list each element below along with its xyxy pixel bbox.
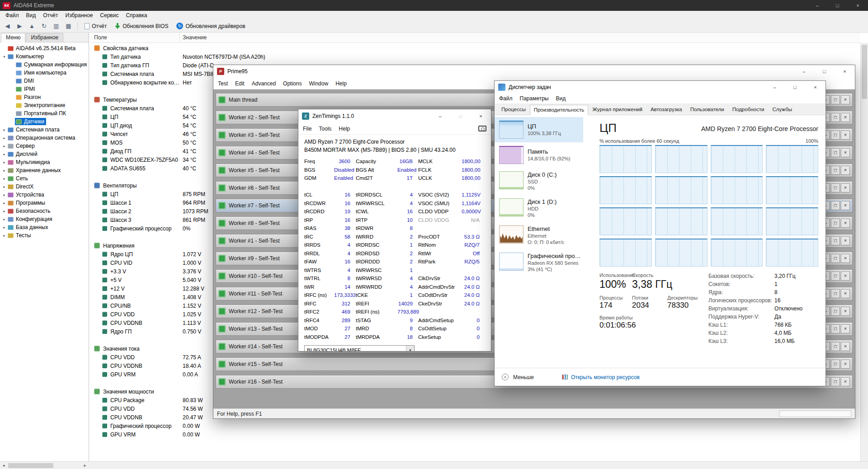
menu-item[interactable]: Tools [315,124,335,133]
fewer-details-button[interactable]: Меньше [513,374,534,380]
tree-item[interactable]: ▸База данных [0,223,89,231]
worker-close-button[interactable]: × [841,166,850,175]
scroll-left-icon[interactable]: ◄ [0,462,7,469]
tree-item[interactable]: ▾Компьютер [0,52,89,61]
worker-restore-button[interactable]: □ [831,289,840,298]
menu-item[interactable]: Options [279,79,305,88]
perf-sidebar-item-ethernet[interactable]: EthernetEthernetО: 0; П: 0 кбит/с [495,222,583,249]
menu-item[interactable]: Help [332,79,350,88]
tree-expander-icon[interactable]: ▸ [2,177,7,181]
tree-item[interactable]: ▸Сеть [0,174,89,183]
menu-item[interactable]: Edit [231,79,248,88]
tree-item[interactable]: Суммарная информация [0,61,89,69]
worker-close-button[interactable]: × [841,201,850,210]
worker-restore-button[interactable]: □ [831,183,840,192]
memory-module-dropdown[interactable]: BL8G30C15U4B.M8FE ▾ [304,345,415,351]
tree-expander-icon[interactable]: ▸ [2,144,7,148]
worker-restore-button[interactable]: □ [831,324,840,333]
tree-expander-icon[interactable]: ▸ [2,160,7,164]
driver-update-button[interactable]: ↻ Обновления драйверов [173,21,249,32]
menu-item[interactable]: Вид [552,94,569,103]
worker-close-button[interactable]: × [841,377,850,386]
menu-item[interactable]: Сервис [96,11,122,20]
worker-restore-button[interactable]: □ [831,307,840,316]
sensor-row[interactable]: Графический процессор0.00 W [90,422,860,430]
scroll-right-icon[interactable]: ► [81,462,89,469]
menu-item[interactable]: Advanced [248,79,279,88]
sensor-row[interactable]: Тип датчикаNuvoton NCT6797D-M (ISA A20h) [90,52,860,61]
minimize-button[interactable]: – [764,81,785,94]
menu-item[interactable]: File [299,124,315,133]
close-button[interactable]: × [471,109,491,123]
tree-item[interactable]: ▸Операционная система [0,134,89,142]
group-row[interactable]: Свойства датчика [90,44,860,52]
maximize-button[interactable]: □ [450,109,471,123]
menu-item[interactable]: Параметры [516,94,552,103]
tree-item[interactable]: Разгон [0,93,89,101]
menu-item[interactable]: Отчёт [39,11,61,20]
vertical-scrollbar[interactable] [860,43,868,461]
worker-restore-button[interactable]: □ [831,272,840,281]
tree-item[interactable]: ▸Тесты [0,231,89,239]
perf-sidebar-item-memory[interactable]: Память14,8/16,0 ГБ (92%) [495,142,583,168]
scrollbar-thumb[interactable] [862,45,867,99]
worker-restore-button[interactable]: □ [831,342,840,351]
tree-item[interactable]: ▸Мультимедиа [0,158,89,166]
up-icon[interactable]: ▲ [26,21,38,31]
worker-close-button[interactable]: × [841,236,850,245]
menu-item[interactable]: Файл [495,94,516,103]
worker-close-button[interactable]: × [841,95,850,104]
open-resource-monitor-link[interactable]: Открыть монитор ресурсов [562,374,640,380]
maximize-button[interactable]: □ [814,65,835,78]
close-button[interactable]: × [848,0,868,11]
scrollbar-thumb[interactable] [8,463,53,468]
worker-restore-button[interactable]: □ [831,95,840,104]
maximize-button[interactable]: □ [827,0,848,11]
tree-item[interactable]: ▸Системная плата [0,126,89,134]
tree-expander-icon[interactable]: ▸ [2,152,7,156]
menu-item[interactable]: Вид [23,11,40,20]
tree-item[interactable]: Датчики [0,117,89,126]
tree-expander-icon[interactable]: ▸ [2,201,7,205]
menu-item[interactable]: Справка [122,11,151,20]
close-button[interactable]: × [835,65,855,78]
taskman-tab[interactable]: Службы [768,104,796,115]
taskman-tab[interactable]: Журнал приложений [588,104,646,115]
worker-restore-button[interactable]: □ [831,131,840,140]
tree-item[interactable]: AIDA64 v6.25.5414 Beta [0,44,89,52]
forward-icon[interactable]: ▶ [14,21,25,31]
tree-item[interactable]: Портативный ПК [0,109,89,117]
worker-restore-button[interactable]: □ [831,254,840,263]
worker-restore-button[interactable]: □ [831,148,840,157]
worker-restore-button[interactable]: □ [831,377,840,386]
tree-expander-icon[interactable]: ▾ [2,55,7,59]
tree-item[interactable]: IPMI [0,85,89,93]
perf-sidebar-item-gpu[interactable]: Графический процессор 0Radeon RX 580 Ser… [495,249,583,276]
perf-sidebar-item-cpu[interactable]: ЦП100% 3,38 ГГц [495,117,583,142]
worker-restore-button[interactable]: □ [831,166,840,175]
tree-item[interactable]: ▸Устройства [0,191,89,199]
screenshot-camera-icon[interactable] [478,126,486,131]
tree-expander-icon[interactable]: ▸ [2,128,7,132]
worker-restore-button[interactable]: □ [831,113,840,122]
worker-close-button[interactable]: × [841,219,850,228]
sensor-row[interactable]: GPU VRM0.00 W [90,430,860,439]
tree-expander-icon[interactable]: ▸ [2,217,7,221]
back-icon[interactable]: ◀ [2,21,13,31]
worker-close-button[interactable]: × [841,148,850,157]
worker-close-button[interactable]: × [841,113,850,122]
tree-expander-icon[interactable]: ▸ [2,209,7,213]
tree-item[interactable]: ▸Дисплей [0,150,89,158]
worker-close-button[interactable]: × [841,324,850,333]
tree-item[interactable]: Электропитание [0,101,89,109]
tree-item[interactable]: ▸Сервер [0,142,89,150]
menu-item[interactable]: Избранное [62,11,97,20]
perf-sidebar-item-disk[interactable]: Диск 1 (D:)HDD0% [495,195,583,222]
worker-close-button[interactable]: × [841,131,850,140]
worker-close-button[interactable]: × [841,360,850,369]
taskman-tab[interactable]: Производительность [530,105,589,115]
column-header-field[interactable]: Поле [90,33,180,42]
worker-restore-button[interactable]: □ [831,201,840,210]
worker-close-button[interactable]: × [841,183,850,192]
worker-close-button[interactable]: × [841,289,850,298]
